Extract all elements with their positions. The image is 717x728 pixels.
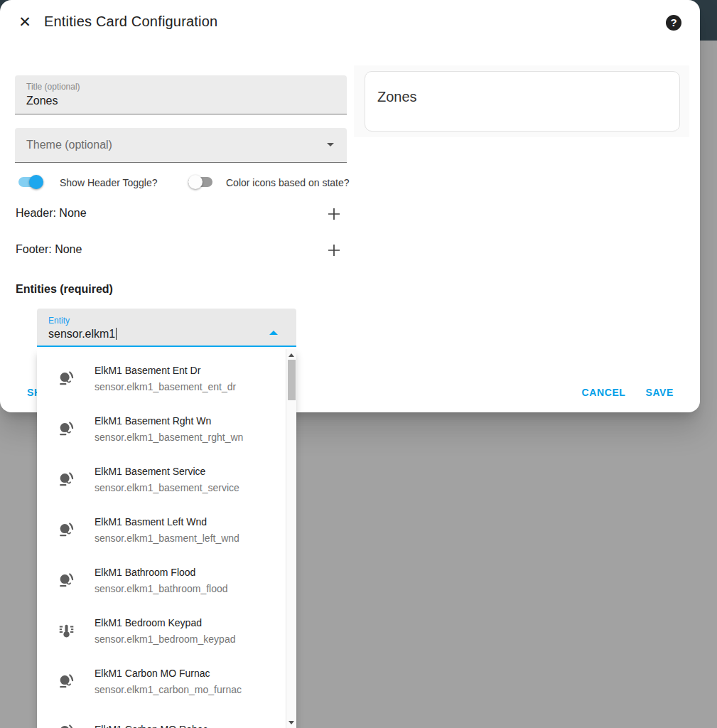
entity-item-id: sensor.elkm1_basement_service bbox=[95, 482, 239, 493]
chevron-up-icon[interactable] bbox=[269, 331, 278, 335]
preview-card-title: Zones bbox=[377, 89, 417, 105]
entity-item-text: ElkM1 Carbon MO Rebec bbox=[95, 724, 208, 728]
entity-input[interactable]: Entity sensor.elkm1 bbox=[37, 309, 296, 347]
entity-item-id: sensor.elkm1_basement_ent_dr bbox=[95, 381, 236, 392]
help-icon[interactable]: ? bbox=[666, 15, 681, 31]
entity-item-name: ElkM1 Basment Left Wnd bbox=[95, 516, 239, 528]
plus-icon bbox=[328, 208, 340, 220]
entity-item-text: ElkM1 Bathroom Flood sensor.elkm1_bathro… bbox=[95, 567, 228, 594]
alarm-bell-icon bbox=[57, 521, 75, 540]
entity-item-name: ElkM1 Carbon MO Rebec bbox=[95, 724, 208, 728]
title-field-label: Title (optional) bbox=[26, 82, 80, 92]
toggle-thumb bbox=[29, 175, 43, 189]
entity-item-id: sensor.elkm1_carbon_mo_furnac bbox=[95, 684, 242, 695]
save-button[interactable]: SAVE bbox=[646, 387, 674, 398]
entity-item-name: ElkM1 Basement Rght Wn bbox=[95, 415, 243, 427]
entity-item-text: ElkM1 Basement Service sensor.elkm1_base… bbox=[95, 466, 239, 493]
preview-entities-card: Zones bbox=[365, 71, 680, 132]
theme-select[interactable]: Theme (optional) bbox=[15, 128, 347, 163]
alarm-bell-icon bbox=[57, 572, 75, 590]
thermometer-lines-icon bbox=[57, 622, 75, 641]
scrollbar-thumb[interactable] bbox=[288, 360, 296, 400]
alarm-bell-icon bbox=[57, 723, 75, 728]
scroll-up-icon[interactable] bbox=[289, 353, 294, 357]
entity-item-id: sensor.elkm1_basement_rght_wn bbox=[95, 432, 243, 443]
entity-item-name: ElkM1 Carbon MO Furnac bbox=[95, 668, 242, 679]
add-header-button[interactable] bbox=[328, 208, 340, 220]
text-cursor bbox=[116, 328, 117, 340]
dialog-title: Entities Card Configuration bbox=[44, 14, 217, 30]
card-preview-panel: Zones bbox=[354, 65, 689, 137]
entity-item-text: ElkM1 Basment Left Wnd sensor.elkm1_basm… bbox=[95, 516, 239, 544]
entity-item-id: sensor.elkm1_bathroom_flood bbox=[95, 583, 228, 594]
entity-item-text: ElkM1 Carbon MO Furnac sensor.elkm1_carb… bbox=[95, 668, 242, 695]
show-header-toggle[interactable] bbox=[18, 175, 44, 189]
entity-item-id: sensor.elkm1_basment_left_wnd bbox=[95, 532, 239, 544]
entity-item-name: ElkM1 Basement Ent Dr bbox=[95, 365, 236, 376]
add-footer-button[interactable] bbox=[328, 244, 340, 257]
cancel-button[interactable]: CANCEL bbox=[582, 387, 626, 398]
entity-suggestion-list: ElkM1 Basement Ent Dr sensor.elkm1_basem… bbox=[37, 353, 286, 728]
entity-input-value: sensor.elkm1 bbox=[48, 328, 117, 341]
entity-suggestion-item[interactable]: ElkM1 Basment Left Wnd sensor.elkm1_basm… bbox=[37, 505, 286, 555]
entity-input-label: Entity bbox=[48, 316, 70, 326]
entity-suggestion-listbox: ElkM1 Basement Ent Dr sensor.elkm1_basem… bbox=[37, 349, 296, 728]
title-field-value: Zones bbox=[26, 95, 58, 107]
screen: ✕ Entities Card Configuration ? Title (o… bbox=[0, 0, 717, 728]
entities-heading: Entities (required) bbox=[16, 283, 113, 296]
alarm-bell-icon bbox=[57, 420, 75, 439]
show-header-toggle-label: Show Header Toggle? bbox=[60, 177, 158, 188]
plus-icon bbox=[328, 244, 340, 257]
entity-suggestion-item[interactable]: ElkM1 Bedroom Keypad sensor.elkm1_bedroo… bbox=[37, 606, 286, 656]
entity-suggestion-item[interactable]: ElkM1 Bathroom Flood sensor.elkm1_bathro… bbox=[37, 555, 286, 606]
color-icons-toggle-label: Color icons based on state? bbox=[226, 177, 350, 188]
entity-item-name: ElkM1 Bedroom Keypad bbox=[95, 617, 235, 628]
header-row-label: Header: None bbox=[16, 207, 87, 220]
entity-suggestion-item[interactable]: ElkM1 Basement Ent Dr sensor.elkm1_basem… bbox=[37, 353, 286, 404]
entity-item-text: ElkM1 Bedroom Keypad sensor.elkm1_bedroo… bbox=[95, 617, 235, 645]
dialog-actions: CANCEL SAVE bbox=[582, 387, 674, 398]
alarm-bell-icon bbox=[57, 370, 75, 388]
alarm-bell-icon bbox=[57, 471, 75, 489]
chevron-down-icon bbox=[327, 143, 334, 146]
alarm-bell-icon bbox=[57, 673, 75, 691]
entity-suggestion-item[interactable]: ElkM1 Basement Service sensor.elkm1_base… bbox=[37, 454, 286, 505]
listbox-scrollbar[interactable] bbox=[286, 349, 296, 728]
close-icon[interactable]: ✕ bbox=[16, 13, 34, 31]
toggle-thumb bbox=[188, 175, 203, 189]
title-field[interactable]: Title (optional) Zones bbox=[15, 75, 347, 114]
entity-item-text: ElkM1 Basement Ent Dr sensor.elkm1_basem… bbox=[95, 365, 236, 392]
scroll-down-icon[interactable] bbox=[289, 721, 294, 724]
color-icons-toggle[interactable] bbox=[188, 175, 214, 189]
entity-item-name: ElkM1 Bathroom Flood bbox=[95, 567, 228, 578]
theme-select-label: Theme (optional) bbox=[26, 139, 112, 151]
footer-row-label: Footer: None bbox=[16, 243, 82, 256]
entity-suggestion-item[interactable]: ElkM1 Carbon MO Rebec bbox=[37, 707, 286, 728]
entity-suggestion-item[interactable]: ElkM1 Basement Rght Wn sensor.elkm1_base… bbox=[37, 404, 286, 454]
entity-suggestion-item[interactable]: ElkM1 Carbon MO Furnac sensor.elkm1_carb… bbox=[37, 656, 286, 707]
entity-item-text: ElkM1 Basement Rght Wn sensor.elkm1_base… bbox=[95, 415, 243, 443]
entity-item-id: sensor.elkm1_bedroom_keypad bbox=[95, 633, 235, 645]
entity-item-name: ElkM1 Basement Service bbox=[95, 466, 239, 477]
